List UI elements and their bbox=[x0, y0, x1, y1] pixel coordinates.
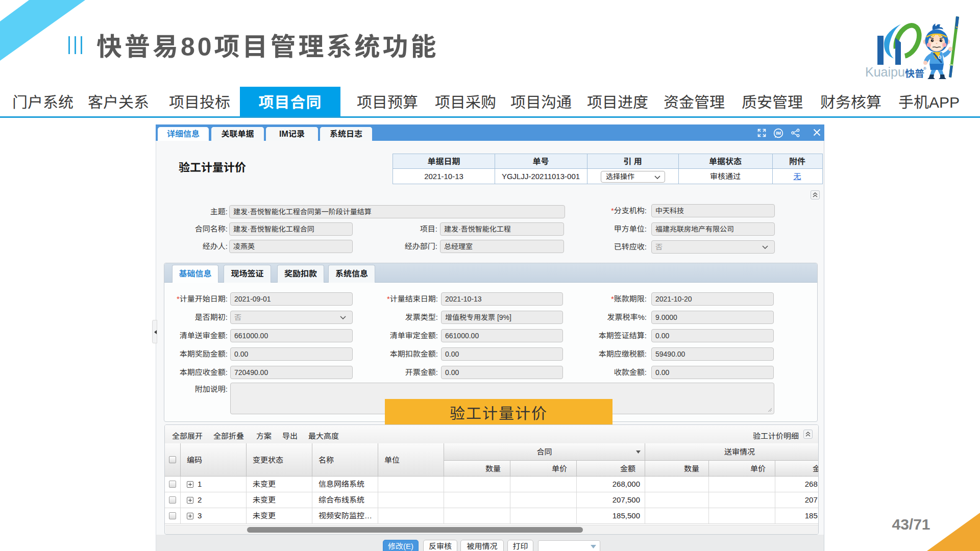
svg-text:Kuaipu: Kuaipu bbox=[865, 65, 905, 79]
svg-text:IM: IM bbox=[776, 131, 781, 136]
